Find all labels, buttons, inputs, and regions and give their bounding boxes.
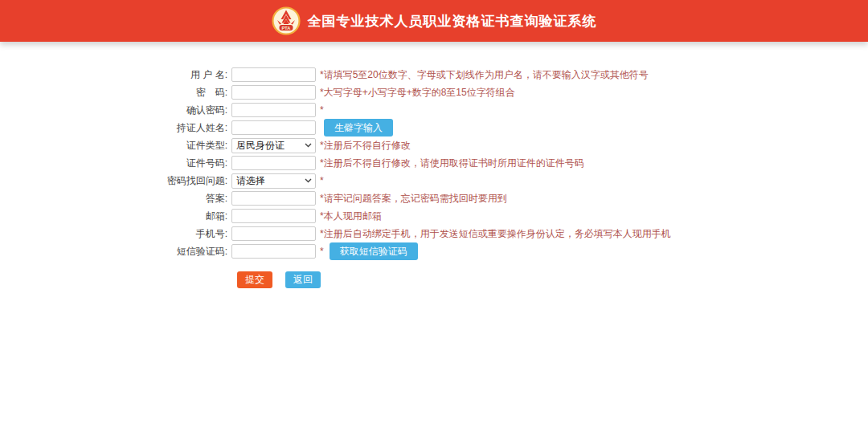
sms-code-hint: * [320,246,324,257]
password-input[interactable] [231,85,316,100]
cert-number-input[interactable] [231,156,316,170]
answer-input[interactable] [231,191,316,206]
cert-type-select[interactable]: 居民身份证 [231,138,316,153]
form-row-password: 密 码: *大写字母+小写字母+数字的8至15位字符组合 [0,84,868,101]
holder-name-input[interactable] [231,120,316,135]
form-row-confirm-password: 确认密码: * [0,101,868,119]
pta-logo-icon: PTA [272,6,301,35]
form-actions: 提交 返回 [237,271,868,288]
cert-type-label: 证件类型: [0,139,227,153]
submit-button[interactable]: 提交 [237,271,272,288]
cert-type-selected-value: 居民身份证 [236,139,285,153]
cert-number-label: 证件号码: [0,157,227,170]
username-hint: *请填写5至20位数字、字母或下划线作为用户名，请不要输入汉字或其他符号 [320,68,649,82]
username-label: 用 户 名: [0,68,227,82]
form-row-holder-name: 持证人姓名: 生僻字输入 [0,119,868,136]
sms-code-input[interactable] [231,244,316,259]
form-row-email: 邮箱: *本人现用邮箱 [0,207,868,225]
mobile-label: 手机号: [0,227,227,241]
email-input[interactable] [231,209,316,223]
svg-text:PTA: PTA [281,26,290,31]
page-title: 全国专业技术人员职业资格证书查询验证系统 [308,12,597,31]
answer-hint: *请牢记问题答案，忘记密码需找回时要用到 [320,192,507,206]
answer-label: 答案: [0,192,227,206]
mobile-input[interactable] [231,226,316,241]
form-row-username: 用 户 名: *请填写5至20位数字、字母或下划线作为用户名，请不要输入汉字或其… [0,66,868,84]
mobile-hint: *注册后自动绑定手机，用于发送短信或重要操作身份认定，务必填写本人现用手机 [320,227,671,241]
form-row-cert-number: 证件号码: *注册后不得自行修改，请使用取得证书时所用证件的证件号码 [0,154,868,172]
form-row-sms-code: 短信验证码: * 获取短信验证码 [0,242,868,260]
cert-type-hint: *注册后不得自行修改 [320,139,411,153]
back-button[interactable]: 返回 [285,271,321,288]
security-question-select[interactable]: 请选择 [231,173,316,189]
get-sms-code-button[interactable]: 获取短信验证码 [330,242,418,260]
chevron-down-icon [305,178,312,183]
username-input[interactable] [231,67,316,82]
security-question-selected-value: 请选择 [236,174,265,188]
sms-code-label: 短信验证码: [0,245,227,259]
confirm-password-input[interactable] [231,103,316,117]
cert-number-hint: *注册后不得自行修改，请使用取得证书时所用证件的证件号码 [320,157,584,170]
confirm-password-hint: * [320,104,324,116]
form-row-answer: 答案: *请牢记问题答案，忘记密码需找回时要用到 [0,189,868,207]
registration-form: 用 户 名: *请填写5至20位数字、字母或下划线作为用户名，请不要输入汉字或其… [0,66,868,288]
security-question-hint: * [320,175,324,186]
password-hint: *大写字母+小写字母+数字的8至15位字符组合 [320,86,515,100]
security-question-label: 密码找回问题: [0,174,227,188]
holder-name-label: 持证人姓名: [0,121,227,135]
form-row-mobile: 手机号: *注册后自动绑定手机，用于发送短信或重要操作身份认定，务必填写本人现用… [0,225,868,242]
password-label: 密 码: [0,86,227,100]
rare-character-input-button[interactable]: 生僻字输入 [324,119,393,136]
confirm-password-label: 确认密码: [0,104,227,117]
form-row-cert-type: 证件类型: 居民身份证 *注册后不得自行修改 [0,136,868,154]
email-label: 邮箱: [0,210,227,223]
chevron-down-icon [305,143,312,148]
app-header: PTA 全国专业技术人员职业资格证书查询验证系统 [0,0,868,42]
form-row-security-question: 密码找回问题: 请选择 * [0,172,868,189]
email-hint: *本人现用邮箱 [320,210,382,223]
